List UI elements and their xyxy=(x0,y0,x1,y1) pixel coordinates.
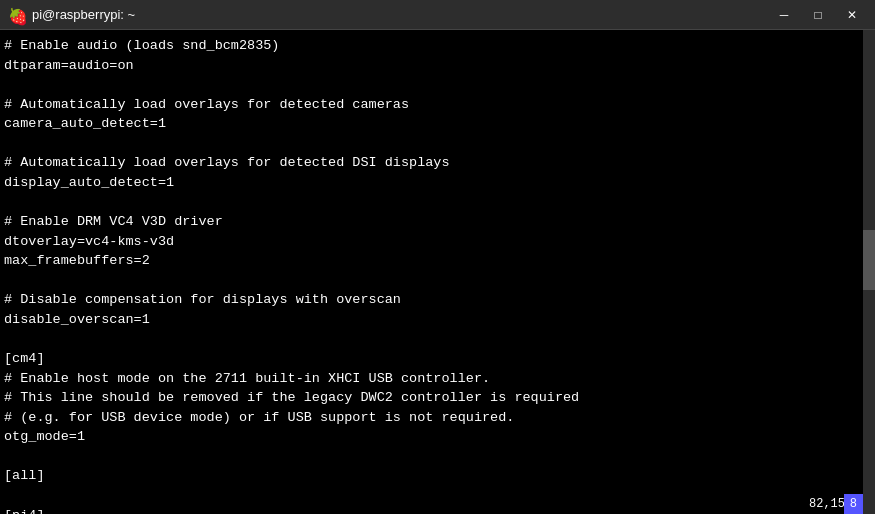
terminal-text: # Enable audio (loads snd_bcm2835) dtpar… xyxy=(4,36,859,514)
terminal-icon: 🍓 xyxy=(8,7,24,23)
cursor-position: 82,15 xyxy=(809,497,845,511)
scrollbar-thumb[interactable] xyxy=(863,230,875,290)
terminal-content[interactable]: # Enable audio (loads snd_bcm2835) dtpar… xyxy=(0,30,863,514)
title-bar-left: 🍓 pi@raspberrypi: ~ xyxy=(8,7,135,23)
status-indicator: 8 xyxy=(844,494,863,514)
status-bar: 82,15 xyxy=(805,494,849,514)
terminal-container[interactable]: # Enable audio (loads snd_bcm2835) dtpar… xyxy=(0,30,875,514)
window-title: pi@raspberrypi: ~ xyxy=(32,7,135,22)
scrollbar[interactable] xyxy=(863,30,875,514)
minimize-button[interactable]: ─ xyxy=(769,3,799,27)
title-bar-controls: ─ □ ✕ xyxy=(769,3,867,27)
window: 🍓 pi@raspberrypi: ~ ─ □ ✕ # Enable audio… xyxy=(0,0,875,514)
maximize-button[interactable]: □ xyxy=(803,3,833,27)
close-button[interactable]: ✕ xyxy=(837,3,867,27)
title-bar: 🍓 pi@raspberrypi: ~ ─ □ ✕ xyxy=(0,0,875,30)
